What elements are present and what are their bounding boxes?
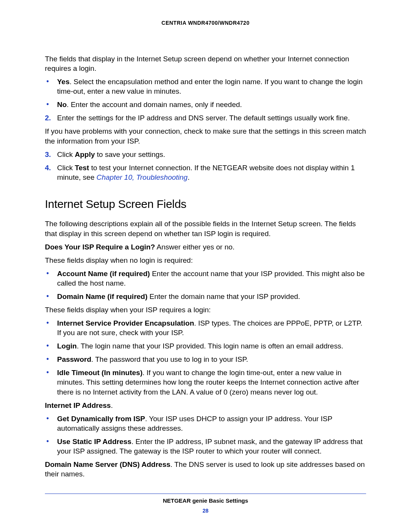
login-intro: These fields display when your ISP requi… bbox=[45, 305, 366, 315]
bullet-icon: • bbox=[46, 100, 49, 109]
bullet-icon: • bbox=[46, 368, 49, 377]
step-3-post: to save your settings. bbox=[95, 150, 165, 158]
internet-ip-heading: Internet IP Address. bbox=[45, 401, 366, 410]
step-marker: 4. bbox=[45, 163, 51, 173]
page-footer: NETGEAR genie Basic Settings 28 bbox=[0, 497, 411, 514]
dns-paragraph: Domain Name Server (DNS) Address. The DN… bbox=[45, 460, 366, 479]
bullet-icon: • bbox=[46, 318, 49, 327]
document-page: CENTRIA WNDR4700/WNDR4720 The fields tha… bbox=[0, 0, 411, 532]
static-ip-bullet: • Use Static IP Address. Enter the IP ad… bbox=[45, 437, 366, 456]
no-bullet: • No. Enter the account and domain names… bbox=[45, 100, 366, 109]
step-4: 4. Click Test to test your Internet conn… bbox=[45, 163, 366, 182]
step-2-text: Enter the settings for the IP address an… bbox=[57, 114, 350, 122]
domain-bold: Domain Name (if required) bbox=[57, 292, 148, 300]
password-text: . The password that you use to log in to… bbox=[91, 355, 248, 363]
q1-text: Answer either yes or no. bbox=[155, 243, 234, 251]
encap-bold: Internet Service Provider Encapsulation bbox=[57, 319, 194, 327]
no-label: No bbox=[57, 101, 67, 109]
login-text: . The login name that your ISP provided.… bbox=[77, 342, 343, 350]
step-2: 2. Enter the settings for the IP address… bbox=[45, 113, 366, 123]
step-3-pre: Click bbox=[57, 150, 75, 158]
no-login-intro: These fields display when no login is re… bbox=[45, 256, 366, 265]
footer-page-number: 28 bbox=[0, 508, 411, 514]
domain-text: Enter the domain name that your ISP prov… bbox=[148, 292, 300, 300]
step-3: 3. Click Apply to save your settings. bbox=[45, 150, 366, 159]
q1-bold: Does Your ISP Require a Login? bbox=[45, 243, 155, 251]
static-bold: Use Static IP Address bbox=[57, 438, 131, 446]
bullet-icon: • bbox=[46, 292, 49, 300]
bullet-icon: • bbox=[46, 341, 49, 350]
bullet-icon: • bbox=[46, 437, 49, 446]
bullet-icon: • bbox=[46, 414, 49, 423]
login-bullet: • Login. The login name that your ISP pr… bbox=[45, 341, 366, 351]
ip-text: . bbox=[111, 401, 113, 409]
section-heading: Internet Setup Screen Fields bbox=[45, 197, 366, 212]
intro-paragraph: The fields that display in the Internet … bbox=[45, 54, 366, 73]
section-desc: The following descriptions explain all o… bbox=[45, 219, 366, 238]
dns-bold: Domain Name Server (DNS) Address bbox=[45, 460, 170, 468]
yes-bullet: • Yes. Select the encapsulation method a… bbox=[45, 77, 366, 96]
troubleshooting-link[interactable]: Chapter 10, Troubleshooting bbox=[97, 173, 188, 181]
step-4-bold: Test bbox=[75, 164, 89, 172]
step-marker: 2. bbox=[45, 113, 51, 123]
acct-bold: Account Name (if required) bbox=[57, 270, 150, 278]
step-2b-paragraph: If you have problems with your connectio… bbox=[45, 126, 366, 145]
step-3-bold: Apply bbox=[75, 150, 95, 158]
bullet-icon: • bbox=[46, 269, 49, 278]
footer-title: NETGEAR genie Basic Settings bbox=[0, 497, 411, 504]
no-text: . Enter the account and domain names, on… bbox=[67, 101, 242, 109]
step-4-pre: Click bbox=[57, 164, 75, 172]
header-title: CENTRIA WNDR4700/WNDR4720 bbox=[161, 20, 249, 26]
step-4-end: . bbox=[188, 173, 190, 181]
yes-label: Yes bbox=[57, 78, 70, 86]
password-bullet: • Password. The password that you use to… bbox=[45, 355, 366, 364]
footer-rule bbox=[45, 494, 366, 494]
idle-timeout-bullet: • Idle Timeout (In minutes). If you want… bbox=[45, 368, 366, 396]
dhcp-bullet: • Get Dynamically from ISP. Your ISP use… bbox=[45, 414, 366, 433]
body-content: The fields that display in the Internet … bbox=[45, 54, 366, 479]
account-name-bullet: • Account Name (if required) Enter the a… bbox=[45, 269, 366, 288]
ip-bold: Internet IP Address bbox=[45, 401, 111, 409]
page-header: CENTRIA WNDR4700/WNDR4720 bbox=[45, 20, 366, 26]
password-bold: Password bbox=[57, 355, 91, 363]
idle-bold: Idle Timeout (In minutes) bbox=[57, 369, 143, 377]
yes-text: . Select the encapsulation method and en… bbox=[57, 78, 363, 95]
encapsulation-bullet: • Internet Service Provider Encapsulatio… bbox=[45, 318, 366, 337]
login-bold: Login bbox=[57, 342, 77, 350]
bullet-icon: • bbox=[46, 355, 49, 363]
dhcp-bold: Get Dynamically from ISP bbox=[57, 415, 145, 423]
bullet-icon: • bbox=[46, 77, 49, 86]
isp-login-question: Does Your ISP Require a Login? Answer ei… bbox=[45, 242, 366, 252]
domain-name-bullet: • Domain Name (if required) Enter the do… bbox=[45, 292, 366, 301]
step-marker: 3. bbox=[45, 150, 51, 159]
